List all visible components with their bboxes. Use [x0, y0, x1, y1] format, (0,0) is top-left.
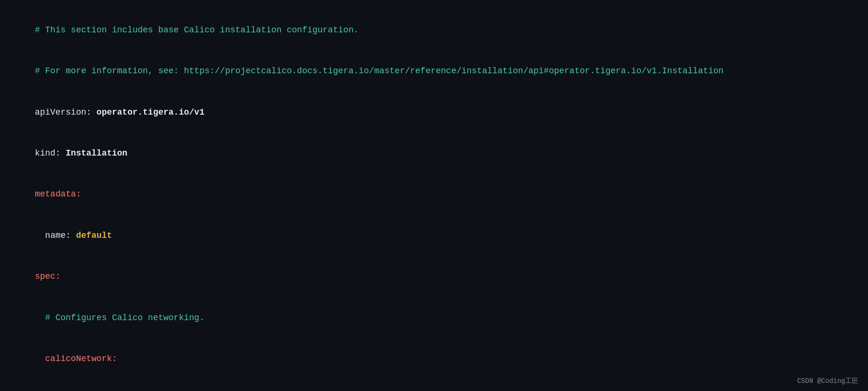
- line-3: apiVersion: operator.tigera.io/v1: [14, 92, 854, 133]
- comment-configures: # Configures Calico networking.: [35, 313, 204, 323]
- line-5: metadata:: [14, 174, 854, 215]
- line-10: # Note: The ipPools section cannot be mo…: [14, 380, 854, 391]
- comment-text-1: # This section includes base Calico inst…: [35, 25, 359, 35]
- val-name: default: [76, 231, 112, 240]
- indent-calico: [35, 354, 45, 363]
- watermark: CSDN @Coding工匠: [797, 376, 858, 386]
- comment-text-2: # For more information, see: https://pro…: [35, 66, 723, 76]
- line-9: calicoNetwork:: [14, 338, 854, 379]
- val-apiversion: operator.tigera.io/v1: [97, 108, 205, 117]
- line-4: kind: Installation: [14, 133, 854, 174]
- code-editor: # This section includes base Calico inst…: [0, 0, 868, 391]
- key-caliconetwork: calicoNetwork:: [45, 354, 117, 363]
- line-7: spec:: [14, 256, 854, 297]
- key-kind: kind:: [35, 148, 66, 158]
- line-6: name: default: [14, 215, 854, 256]
- val-kind: Installation: [66, 148, 128, 158]
- watermark-text: CSDN @Coding工匠: [797, 377, 858, 385]
- key-name: name:: [45, 231, 76, 240]
- line-8: # Configures Calico networking.: [14, 297, 854, 338]
- line-2: # For more information, see: https://pro…: [14, 50, 854, 91]
- line-1: # This section includes base Calico inst…: [14, 10, 854, 50]
- key-metadata: metadata:: [35, 189, 81, 199]
- key-apiversion: apiVersion:: [35, 108, 97, 117]
- indent-space: [35, 231, 45, 240]
- key-spec: spec:: [35, 272, 60, 281]
